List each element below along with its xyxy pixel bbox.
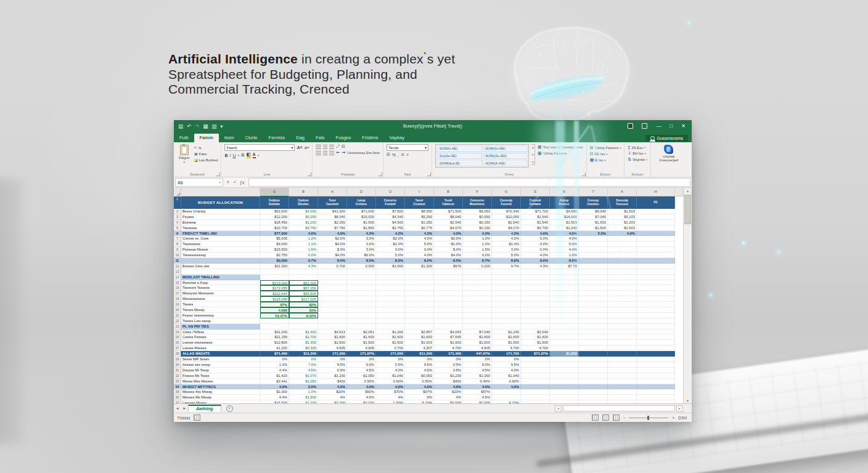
cell[interactable]: $1,500 (376, 264, 405, 269)
align-bottom-icon[interactable] (329, 145, 334, 149)
cell[interactable] (608, 329, 637, 335)
cell[interactable]: 0,200 (463, 264, 492, 269)
cell[interactable]: 8.52% (289, 313, 318, 318)
cell[interactable]: 0.0% (521, 247, 550, 253)
cell[interactable]: 0,700 (376, 346, 405, 351)
cell[interactable]: 4.0% (318, 384, 347, 390)
cell[interactable] (434, 296, 463, 302)
cell[interactable] (376, 307, 405, 313)
cell[interactable]: 82% (289, 302, 318, 307)
style-gallery-item[interactable]: -2uv(As-AE) (436, 153, 482, 160)
cell[interactable]: $1,600 (492, 334, 521, 340)
cell[interactable]: $1,500 (347, 340, 376, 346)
cell[interactable]: $570 (434, 264, 463, 269)
row-number[interactable]: 37 (174, 400, 181, 403)
cell[interactable]: 4.0% (318, 231, 347, 236)
row-number[interactable]: 21 (174, 313, 181, 318)
cell[interactable] (579, 379, 608, 384)
cell[interactable]: $11,300 (260, 264, 289, 269)
cell[interactable]: 4.0% (405, 384, 434, 390)
macro-record-icon[interactable] (194, 414, 200, 421)
cell[interactable]: 0% (260, 357, 289, 362)
column-header-H[interactable]: H (637, 188, 675, 196)
cell[interactable] (521, 384, 550, 390)
cell[interactable] (550, 285, 579, 291)
cell[interactable] (492, 302, 521, 307)
cell[interactable]: $71,400 (260, 351, 289, 357)
cell[interactable]: 0% (289, 357, 318, 362)
cell[interactable] (608, 395, 637, 400)
cell[interactable]: 4,605 (463, 346, 492, 351)
cell[interactable]: 3.0% (492, 247, 521, 253)
cell[interactable]: 4.0% (550, 231, 579, 236)
cell[interactable]: 171,400 (434, 351, 463, 357)
row-number[interactable]: 14 (174, 275, 181, 280)
column-header-S[interactable]: S (521, 188, 550, 196)
row-label-cell[interactable]: PL AN PRI TIES (181, 324, 260, 329)
tab-vaybay[interactable]: Vaybay (383, 134, 409, 142)
cell[interactable]: 0% (318, 357, 347, 362)
cell[interactable]: $9,053 (463, 209, 492, 214)
number-dialog-launcher[interactable] (427, 172, 431, 176)
cell[interactable]: $7,645 (434, 334, 463, 340)
cell[interactable]: $7,040 (579, 214, 608, 220)
cell[interactable] (405, 302, 434, 307)
cell[interactable]: 0% (376, 357, 405, 362)
cell[interactable]: 0,300 (347, 264, 376, 269)
cell[interactable] (550, 379, 579, 384)
cell[interactable]: 0% (492, 357, 521, 362)
minimize-button[interactable]: — (656, 123, 661, 129)
cell[interactable] (347, 318, 376, 324)
cell[interactable]: $1,050 (463, 373, 492, 379)
row-label-cell[interactable]: Msssss 4ss Msssp (181, 389, 260, 395)
cell-fg[interactable] (637, 334, 675, 340)
cell[interactable] (579, 236, 608, 241)
cell[interactable] (579, 318, 608, 324)
cell-fg[interactable] (637, 275, 675, 280)
cell[interactable]: 171,200 (318, 351, 347, 357)
header-cell[interactable]: CussssipFussrsti (492, 196, 521, 209)
cell[interactable] (492, 324, 521, 329)
cell[interactable] (579, 389, 608, 395)
cell[interactable]: $8,350 (405, 209, 434, 214)
cell[interactable] (521, 400, 550, 403)
cell[interactable] (550, 324, 579, 329)
cell[interactable] (550, 275, 579, 280)
cell[interactable]: 5.0% (579, 231, 608, 236)
cell[interactable]: $1.0% (434, 241, 463, 247)
row-number[interactable]: 1 (174, 196, 181, 209)
cell[interactable]: $4,340 (376, 214, 405, 220)
zoom-slider-thumb[interactable] (647, 416, 649, 420)
cell[interactable] (376, 285, 405, 291)
row-label-cell[interactable]: Dsssss MI Tsssp (181, 368, 260, 373)
align-top-icon[interactable] (316, 145, 321, 149)
style-gallery-item[interactable]: -S(AM(aLa.(E) (436, 160, 482, 166)
cell[interactable]: 0.5% (318, 368, 347, 373)
cell[interactable]: 171,700 (492, 351, 521, 357)
cell-fg[interactable] (637, 307, 675, 313)
cell[interactable]: $50% (347, 389, 376, 395)
cell-fg[interactable] (637, 225, 675, 231)
cell-fg[interactable] (637, 241, 675, 247)
cell[interactable]: 5.0% (521, 236, 550, 241)
cell[interactable] (405, 324, 434, 329)
currency-format-icon[interactable]: ⊟ (387, 152, 390, 157)
cell-fg[interactable] (637, 269, 675, 275)
cell[interactable]: 3.0% (347, 247, 376, 253)
tab-clurte[interactable]: Clurte (240, 134, 263, 142)
row-label-cell[interactable]: Clsss /Tsffsss (181, 329, 260, 335)
cell[interactable]: 0% (463, 357, 492, 362)
cell[interactable]: 4.0% (521, 253, 550, 258)
cell[interactable]: $7.70 (550, 264, 579, 269)
cell[interactable]: $2,051 (347, 329, 376, 335)
cell[interactable]: $.0% (434, 247, 463, 253)
cell[interactable]: 4% (376, 395, 405, 400)
cell[interactable]: $41,300 (318, 209, 347, 214)
cell[interactable] (608, 291, 637, 296)
cell[interactable] (579, 285, 608, 291)
header-cell[interactable]: LasspCrotmss (347, 196, 376, 209)
paste-dropdown-icon[interactable]: ▾ (184, 160, 186, 164)
row-number[interactable]: 31 (174, 368, 181, 373)
row-label-cell[interactable]: Bssss Unarstp (181, 209, 260, 214)
cell[interactable] (608, 400, 637, 403)
